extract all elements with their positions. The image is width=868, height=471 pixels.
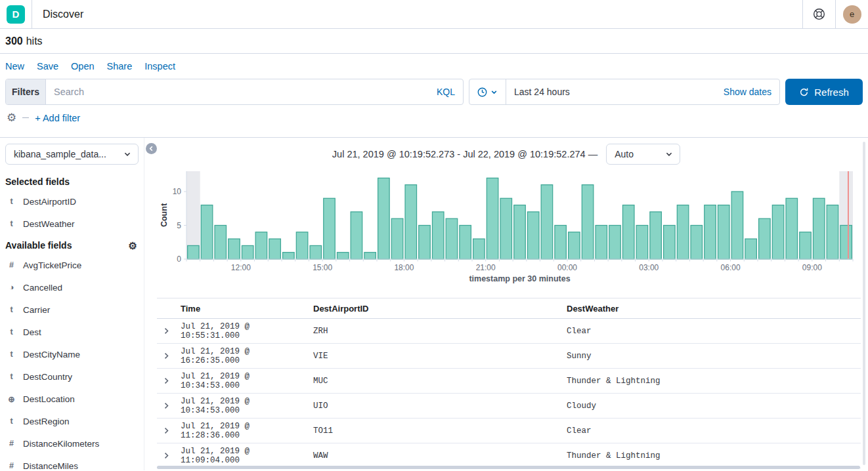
expand-row-button[interactable]: [157, 427, 181, 434]
histogram-chart[interactable]: 051012:0015:0018:0021:0000:0003:0006:000…: [157, 170, 866, 285]
field-item[interactable]: ◑ Cancelled: [5, 276, 139, 298]
filter-options-gear-icon[interactable]: ⚙: [7, 112, 16, 123]
help-button[interactable]: [803, 0, 835, 28]
histogram-bar[interactable]: [514, 205, 526, 259]
histogram-bar[interactable]: [255, 232, 267, 259]
histogram-bar[interactable]: [310, 245, 322, 259]
histogram-bar[interactable]: [296, 232, 308, 259]
histogram-bar[interactable]: [228, 239, 240, 259]
histogram-bar[interactable]: [391, 218, 403, 259]
field-settings-gear-icon[interactable]: ⚙: [129, 241, 137, 251]
user-menu-button[interactable]: e: [836, 0, 868, 28]
field-item[interactable]: t DestCityName: [5, 343, 139, 365]
histogram-bar[interactable]: [705, 205, 716, 259]
histogram-bar[interactable]: [786, 198, 798, 259]
histogram-bar[interactable]: [664, 226, 676, 260]
nav-link[interactable]: Share: [107, 61, 133, 72]
nav-link[interactable]: Save: [37, 61, 58, 72]
field-item[interactable]: t DestCountry: [5, 365, 139, 388]
histogram-bar[interactable]: [582, 185, 594, 259]
histogram-bar[interactable]: [691, 226, 703, 260]
histogram-bar[interactable]: [609, 226, 621, 260]
column-header-time[interactable]: Time: [181, 298, 313, 319]
show-dates-link[interactable]: Show dates: [724, 87, 771, 97]
histogram-bar[interactable]: [541, 185, 553, 259]
histogram-bar[interactable]: [596, 226, 607, 260]
quick-select-button[interactable]: [469, 79, 506, 104]
histogram-bar[interactable]: [677, 205, 689, 259]
field-item[interactable]: t DestRegion: [5, 410, 139, 432]
histogram-bar[interactable]: [269, 239, 281, 259]
interval-select[interactable]: Auto: [606, 144, 680, 165]
histogram-bar[interactable]: [840, 226, 852, 260]
histogram-bar[interactable]: [446, 218, 458, 259]
expand-row-button[interactable]: [157, 352, 181, 359]
histogram-bar[interactable]: [364, 253, 376, 259]
time-range-button[interactable]: Last 24 hours Show dates: [506, 79, 779, 104]
expand-row-button[interactable]: [157, 402, 181, 409]
histogram-bar[interactable]: [215, 226, 227, 260]
histogram-bar[interactable]: [759, 218, 771, 259]
column-header-destairportid[interactable]: DestAirportID: [313, 298, 567, 319]
histogram-bar[interactable]: [636, 226, 648, 260]
chevron-down-icon: [123, 150, 131, 158]
histogram-bar[interactable]: [569, 232, 580, 259]
histogram-bar[interactable]: [378, 178, 390, 259]
kql-language-button[interactable]: KQL: [437, 87, 455, 97]
field-item[interactable]: t DestWeather: [5, 213, 139, 235]
histogram-bar[interactable]: [188, 245, 200, 259]
histogram-bar[interactable]: [622, 205, 634, 259]
collapse-sidebar-button[interactable]: [146, 143, 157, 154]
histogram-bar[interactable]: [324, 198, 336, 259]
field-item[interactable]: # DistanceKilometers: [5, 432, 139, 455]
histogram-bar[interactable]: [351, 212, 362, 259]
hits-bar: 300 hits: [0, 29, 868, 54]
histogram-bar[interactable]: [500, 198, 512, 259]
field-item[interactable]: t Carrier: [5, 298, 139, 321]
histogram-bar[interactable]: [718, 205, 729, 259]
field-item[interactable]: t Dest: [5, 321, 139, 343]
expand-row-button[interactable]: [157, 452, 181, 459]
histogram-bar[interactable]: [432, 212, 444, 259]
query-section: New Save Open Share Inspect Filters Sear…: [0, 54, 868, 138]
search-input[interactable]: Search KQL: [46, 79, 463, 104]
histogram-bar[interactable]: [772, 205, 784, 259]
refresh-button[interactable]: Refresh: [785, 79, 863, 105]
nav-link[interactable]: Inspect: [144, 61, 175, 72]
histogram-bar[interactable]: [827, 205, 838, 259]
histogram-bar[interactable]: [555, 226, 567, 260]
histogram-bar[interactable]: [405, 185, 417, 259]
add-filter-link[interactable]: + Add filter: [35, 113, 80, 123]
histogram-bar[interactable]: [813, 198, 825, 259]
histogram-bar[interactable]: [527, 212, 539, 259]
nav-link[interactable]: Open: [71, 61, 94, 72]
histogram-bar[interactable]: [650, 212, 662, 259]
cell-destweather: Clear: [567, 319, 861, 344]
histogram-bar[interactable]: [460, 226, 471, 260]
histogram-bar[interactable]: [487, 178, 498, 259]
field-item[interactable]: # DistanceMiles: [5, 455, 139, 471]
expand-row-button[interactable]: [157, 327, 181, 335]
field-item[interactable]: t DestAirportID: [5, 190, 139, 213]
index-pattern-select[interactable]: kibana_sample_data...: [5, 144, 139, 165]
nav-link[interactable]: New: [5, 61, 24, 72]
histogram-bar[interactable]: [473, 239, 485, 259]
histogram-bar[interactable]: [731, 192, 743, 259]
histogram-bar[interactable]: [419, 226, 431, 260]
vertical-scrollbar[interactable]: [863, 142, 865, 465]
expand-row-button[interactable]: [157, 377, 181, 384]
field-type-icon: #: [7, 461, 16, 470]
field-item[interactable]: ⊕ DestLocation: [5, 388, 139, 410]
histogram-bar[interactable]: [242, 245, 253, 259]
histogram-bar[interactable]: [800, 232, 812, 259]
histogram-bar[interactable]: [283, 253, 295, 259]
field-type-icon: t: [7, 417, 16, 426]
app-logo-button[interactable]: D: [0, 0, 32, 28]
horizontal-scrollbar[interactable]: [157, 466, 860, 469]
filters-button[interactable]: Filters: [6, 79, 46, 104]
field-item[interactable]: # AvgTicketPrice: [5, 254, 139, 276]
histogram-bar[interactable]: [337, 253, 349, 259]
histogram-bar[interactable]: [745, 239, 757, 259]
column-header-destweather[interactable]: DestWeather: [567, 298, 861, 319]
histogram-bar[interactable]: [201, 205, 213, 259]
